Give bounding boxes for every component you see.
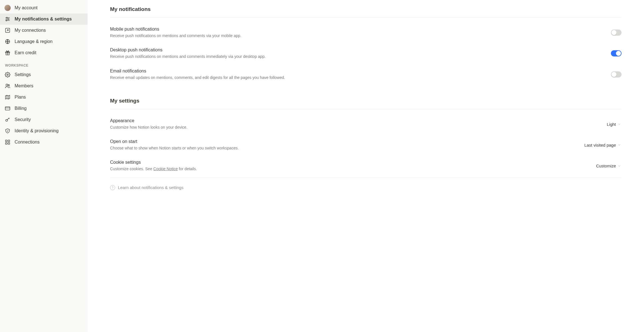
gift-icon (4, 50, 11, 56)
sidebar-item-label: Settings (15, 72, 31, 77)
row-open-on-start: Open on start Choose what to show when N… (110, 136, 622, 156)
row-mobile-push: Mobile push notifications Receive push n… (110, 23, 622, 44)
select-value: Last visited page (584, 143, 616, 147)
svg-rect-13 (5, 107, 10, 110)
chevron-down-icon (618, 143, 621, 147)
toggle-email-notifications[interactable] (611, 71, 622, 78)
chevron-down-icon (618, 164, 621, 168)
credit-card-icon (4, 105, 11, 112)
sidebar-item-identity-provisioning[interactable]: Identity & provisioning (0, 125, 88, 137)
cookie-desc-prefix: Customize cookies. See (110, 167, 153, 171)
gear-icon (4, 72, 11, 78)
svg-point-12 (8, 85, 10, 86)
row-desc: Receive push notifications on mentions a… (110, 54, 605, 59)
map-icon (4, 94, 11, 100)
sidebar-item-label: My connections (15, 28, 46, 33)
row-text: Desktop push notifications Receive push … (110, 47, 611, 59)
row-text: Appearance Customize how Notion looks on… (110, 118, 606, 130)
svg-rect-19 (8, 143, 10, 144)
help-icon: ? (110, 185, 115, 190)
svg-point-4 (8, 19, 9, 19)
toggle-mobile-push[interactable] (611, 29, 622, 36)
sidebar-item-language-region[interactable]: Language & region (0, 36, 88, 47)
row-title: Open on start (110, 139, 578, 144)
row-text: Mobile push notifications Receive push n… (110, 27, 611, 38)
sidebar-item-billing[interactable]: Billing (0, 103, 88, 114)
chevron-down-icon (618, 122, 621, 126)
row-desc: Receive email updates on mentions, comme… (110, 75, 605, 80)
sidebar-item-my-notifications-settings[interactable]: My notifications & settings (0, 13, 88, 25)
sidebar-item-label: Security (15, 117, 31, 122)
svg-point-15 (6, 119, 8, 121)
sidebar-item-label: Language & region (15, 39, 52, 44)
settings-title: My settings (110, 98, 622, 104)
svg-rect-17 (8, 140, 10, 142)
select-appearance[interactable]: Light (606, 121, 622, 128)
divider (110, 109, 622, 109)
main-content: My notifications Mobile push notificatio… (88, 0, 644, 332)
cookie-notice-link[interactable]: Cookie Notice (153, 167, 178, 171)
sidebar-item-security[interactable]: Security (0, 114, 88, 125)
sidebar-item-my-account[interactable]: My account (0, 2, 88, 13)
row-title: Cookie settings (110, 160, 590, 165)
help-link-label: Learn about notifications & settings (118, 185, 183, 190)
key-icon (4, 117, 11, 123)
row-title: Desktop push notifications (110, 47, 605, 53)
row-desc: Customize cookies. See Cookie Notice for… (110, 166, 590, 172)
app-root: My account My notifications & settings M… (0, 0, 644, 332)
svg-rect-16 (6, 140, 7, 142)
svg-point-11 (6, 84, 8, 86)
svg-point-10 (7, 74, 8, 76)
notifications-title: My notifications (110, 6, 622, 12)
row-text: Email notifications Receive email update… (110, 69, 611, 80)
select-open-on-start[interactable]: Last visited page (584, 142, 622, 149)
toggle-desktop-push[interactable] (611, 50, 622, 56)
grid-icon (4, 139, 11, 145)
row-title: Mobile push notifications (110, 27, 605, 32)
avatar (4, 5, 11, 11)
row-desc: Receive push notifications on mentions a… (110, 33, 605, 38)
arrow-up-right-square-icon (4, 27, 11, 33)
row-cookie-settings: Cookie settings Customize cookies. See C… (110, 156, 622, 177)
users-icon (4, 83, 11, 89)
sidebar-item-label: Connections (15, 140, 40, 145)
svg-rect-18 (6, 143, 7, 144)
sidebar-item-label: Billing (15, 106, 27, 111)
help-link-notifications-settings[interactable]: ? Learn about notifications & settings (110, 185, 622, 190)
sidebar: My account My notifications & settings M… (0, 0, 88, 332)
cookie-desc-suffix: for details. (178, 167, 197, 171)
sliders-icon (4, 16, 11, 22)
svg-point-5 (6, 20, 7, 21)
sidebar-item-label: Earn credit (15, 50, 36, 55)
row-title: Appearance (110, 118, 600, 123)
select-value: Customize (596, 163, 616, 168)
sidebar-section-workspace: WORKSPACE (0, 58, 88, 69)
sidebar-item-label: Identity & provisioning (15, 128, 59, 133)
sidebar-item-label: My notifications & settings (15, 17, 72, 22)
sidebar-item-label: My account (15, 5, 38, 10)
divider (110, 17, 622, 18)
sidebar-item-members[interactable]: Members (0, 80, 88, 92)
row-email-notifications: Email notifications Receive email update… (110, 65, 622, 86)
sidebar-item-settings[interactable]: Settings (0, 69, 88, 80)
row-appearance: Appearance Customize how Notion looks on… (110, 115, 622, 136)
row-text: Cookie settings Customize cookies. See C… (110, 160, 595, 172)
row-desc: Choose what to show when Notion starts o… (110, 145, 578, 151)
row-text: Open on start Choose what to show when N… (110, 139, 584, 151)
sidebar-item-my-connections[interactable]: My connections (0, 25, 88, 36)
row-desktop-push: Desktop push notifications Receive push … (110, 44, 622, 65)
sidebar-item-label: Members (15, 83, 33, 88)
row-title: Email notifications (110, 69, 605, 74)
globe-icon (4, 38, 11, 45)
row-desc: Customize how Notion looks on your devic… (110, 124, 600, 130)
shield-check-icon (4, 128, 11, 134)
sidebar-item-plans[interactable]: Plans (0, 92, 88, 103)
svg-point-3 (6, 17, 7, 18)
sidebar-item-earn-credit[interactable]: Earn credit (0, 47, 88, 58)
divider (110, 178, 622, 178)
sidebar-item-label: Plans (15, 95, 26, 100)
sidebar-item-connections[interactable]: Connections (0, 137, 88, 148)
select-cookie-settings[interactable]: Customize (595, 162, 622, 169)
select-value: Light (607, 122, 616, 127)
